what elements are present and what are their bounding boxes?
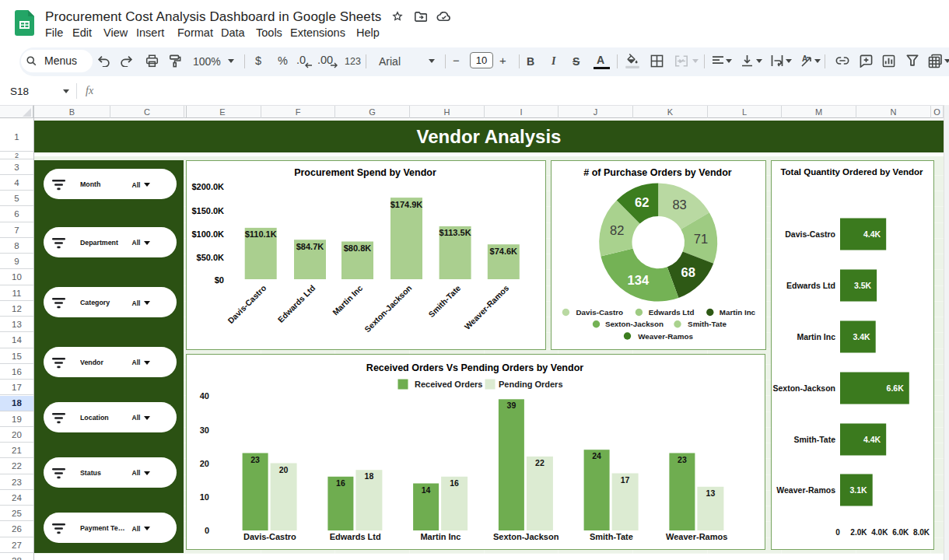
svg-text:10: 10 [200, 492, 209, 502]
svg-text:Martin Inc: Martin Inc [420, 532, 460, 541]
svg-text:Procurement Spend by Vendor: Procurement Spend by Vendor [294, 167, 436, 178]
svg-text:23: 23 [250, 455, 260, 464]
svg-text:Received Orders Vs Pending Ord: Received Orders Vs Pending Orders by Ven… [366, 362, 583, 373]
svg-text:16: 16 [450, 478, 459, 488]
svg-text:Weaver-Ramos: Weaver-Ramos [638, 332, 693, 341]
svg-text:24: 24 [592, 451, 601, 460]
svg-text:# of Purchase Orders by Vendor: # of Purchase Orders by Vendor [583, 167, 731, 178]
svg-text:$150.0K: $150.0K [191, 206, 224, 215]
svg-text:$0: $0 [215, 275, 224, 285]
svg-text:$74.6K: $74.6K [490, 247, 518, 256]
svg-text:Martin Inc: Martin Inc [797, 332, 835, 341]
svg-text:Martin Inc: Martin Inc [331, 283, 365, 317]
svg-text:6.0K: 6.0K [892, 528, 909, 537]
svg-text:17: 17 [621, 475, 630, 485]
svg-text:Weaver-Ramos: Weaver-Ramos [776, 485, 835, 495]
svg-text:Weaver-Ramos: Weaver-Ramos [462, 283, 510, 331]
svg-text:83: 83 [672, 198, 686, 212]
svg-text:Received Orders: Received Orders [415, 380, 482, 389]
svg-text:30: 30 [200, 425, 209, 435]
svg-text:Sexton-Jackson: Sexton-Jackson [772, 383, 835, 393]
svg-text:$50.0K: $50.0K [197, 253, 225, 262]
svg-text:39: 39 [507, 401, 517, 410]
svg-text:$84.7K: $84.7K [296, 242, 324, 251]
svg-text:Edwards Ltd: Edwards Ltd [786, 281, 835, 290]
svg-text:23: 23 [678, 455, 687, 464]
svg-text:$174.9K: $174.9K [390, 200, 423, 209]
svg-text:2.0K: 2.0K [850, 528, 867, 537]
svg-text:Pending Orders: Pending Orders [499, 380, 563, 389]
svg-text:4.0K: 4.0K [871, 528, 888, 537]
svg-text:$110.1K: $110.1K [245, 229, 277, 239]
svg-text:14: 14 [422, 485, 431, 495]
svg-text:Edwards Ltd: Edwards Ltd [330, 532, 381, 541]
svg-text:4.4K: 4.4K [863, 435, 881, 444]
svg-text:Davis-Castro: Davis-Castro [243, 532, 296, 541]
svg-text:Davis-Castro: Davis-Castro [226, 283, 268, 325]
svg-text:Sexton-Jackson: Sexton-Jackson [362, 283, 413, 334]
svg-text:6.6K: 6.6K [887, 383, 905, 393]
svg-text:Smith-Tate: Smith-Tate [688, 320, 727, 328]
svg-text:Edwards Ltd: Edwards Ltd [648, 308, 694, 317]
svg-text:Edwards Ltd: Edwards Ltd [275, 283, 317, 324]
svg-text:16: 16 [336, 478, 345, 488]
svg-text:4.4K: 4.4K [863, 229, 881, 239]
svg-text:Smith-Tate: Smith-Tate [426, 283, 462, 319]
svg-text:134: 134 [627, 273, 649, 287]
svg-text:Martin Inc: Martin Inc [719, 308, 755, 317]
svg-text:3.4K: 3.4K [853, 332, 871, 341]
svg-text:82: 82 [610, 223, 624, 237]
svg-text:22: 22 [535, 458, 545, 467]
svg-text:68: 68 [681, 265, 695, 279]
svg-text:3.5K: 3.5K [854, 281, 872, 290]
svg-text:3.1K: 3.1K [850, 485, 868, 495]
svg-text:$113.5K: $113.5K [439, 228, 471, 237]
svg-text:Davis-Castro: Davis-Castro [576, 308, 622, 317]
svg-text:18: 18 [365, 471, 374, 481]
svg-text:13: 13 [706, 488, 716, 498]
svg-text:Total Quantity Ordered by Vend: Total Quantity Ordered by Vendor [780, 167, 923, 177]
svg-text:Sexton-Jackson: Sexton-Jackson [493, 532, 559, 541]
svg-text:71: 71 [693, 232, 707, 246]
svg-text:A: A [802, 54, 807, 63]
svg-text:20: 20 [200, 459, 209, 468]
svg-text:$80.8K: $80.8K [344, 243, 372, 253]
svg-text:Weaver-Ramos: Weaver-Ramos [666, 532, 727, 541]
svg-text:0: 0 [835, 528, 840, 537]
svg-text:Davis-Castro: Davis-Castro [785, 229, 835, 239]
svg-text:$200.0K: $200.0K [191, 182, 224, 191]
svg-text:Smith-Tate: Smith-Tate [794, 435, 836, 444]
svg-text:Sexton-Jackson: Sexton-Jackson [604, 320, 663, 328]
svg-text:$100.0K: $100.0K [191, 229, 224, 239]
svg-text:8.0K: 8.0K [913, 528, 930, 537]
svg-text:0: 0 [205, 526, 209, 535]
svg-text:40: 40 [200, 391, 209, 401]
svg-text:Smith-Tate: Smith-Tate [590, 532, 633, 541]
svg-text:20: 20 [279, 465, 289, 474]
svg-text:62: 62 [635, 195, 649, 209]
